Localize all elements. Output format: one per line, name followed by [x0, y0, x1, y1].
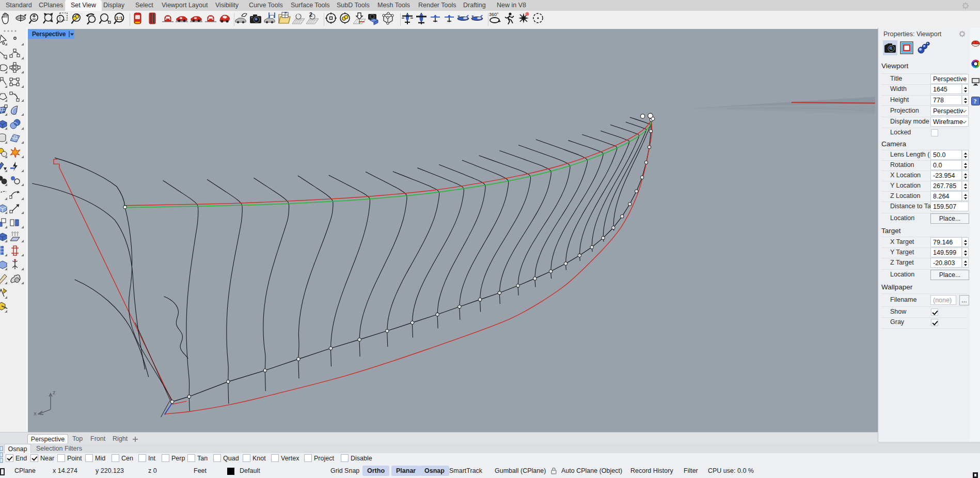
svg-text:x: x [34, 410, 37, 417]
svg-text:z: z [53, 389, 55, 395]
svg-text:1:1: 1:1 [116, 16, 123, 21]
svg-text:2: 2 [309, 12, 312, 18]
svg-text:?: ? [974, 98, 977, 105]
svg-text:360°: 360° [489, 12, 499, 17]
